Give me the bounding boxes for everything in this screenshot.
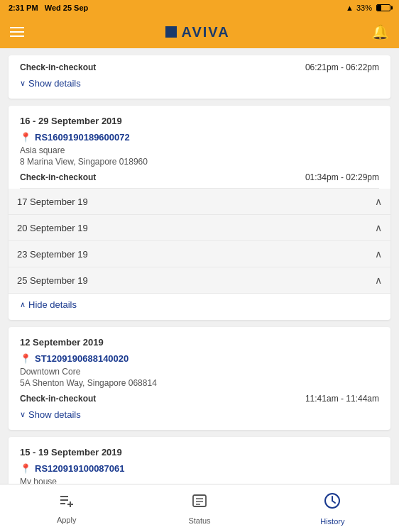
location-pin-icon-3: 📍 [20, 463, 31, 474]
nav-apply[interactable]: Apply [38, 492, 95, 524]
date-row-2[interactable]: 23 September 19 ∧ [9, 241, 390, 267]
apply-nav-label: Apply [57, 516, 77, 524]
history-icon [323, 492, 341, 514]
notification-bell-icon[interactable]: 🔔 [371, 23, 389, 40]
card-address-1: 8 Marina View, Singapore 018960 [20, 157, 379, 167]
card-id-row-1: 📍 RS1609190189600072 [20, 132, 379, 143]
date-row-1[interactable]: 20 September 19 ∧ [9, 215, 390, 241]
check-label-1: Check-in-checkout [20, 172, 96, 182]
toggle-label-2: Show details [28, 409, 81, 420]
card-date-1: 16 - 29 September 2019 [20, 116, 379, 126]
card-location-2: Downtown Core [20, 367, 379, 377]
date-accordion-1: 17 September 19 ∧ 20 September 19 ∧ 23 S… [20, 188, 379, 294]
date-row-3[interactable]: 25 September 19 ∧ [9, 267, 390, 294]
check-time-2: 11:41am - 11:44am [305, 394, 379, 404]
chevron-up-icon-0: ∧ [375, 196, 382, 207]
history-nav-label: History [320, 517, 344, 526]
chevron-up-icon: ∧ [20, 300, 26, 309]
check-label-2: Check-in-checkout [20, 394, 96, 404]
chevron-down-icon: ∨ [20, 79, 26, 88]
logo-text: AVIVA [181, 24, 229, 40]
checkout-row-2: Check-in-checkout 11:41am - 11:44am [20, 394, 379, 404]
battery-icon [376, 4, 390, 11]
toggle-label-1: Hide details [28, 299, 77, 310]
toggle-details-1[interactable]: ∧ Hide details [20, 299, 379, 310]
status-nav-label: Status [188, 516, 210, 525]
card-id-row-3: 📍 RS120919100087061 [20, 463, 379, 474]
main-content: Check-in-checkout 06:21pm - 06:22pm ∨ Sh… [0, 48, 399, 532]
card-partial: Check-in-checkout 06:21pm - 06:22pm ∨ Sh… [9, 55, 390, 99]
card-2: 12 September 2019 📍 ST1209190688140020 D… [9, 327, 390, 430]
date-row-label-2: 23 September 19 [17, 249, 88, 260]
toggle-details-partial[interactable]: ∨ Show details [20, 78, 379, 89]
card-date-3: 15 - 19 September 2019 [20, 447, 379, 458]
svg-line-11 [332, 501, 335, 503]
chevron-up-icon-1: ∧ [375, 222, 382, 233]
date-row-label-0: 17 September 19 [17, 196, 88, 207]
checkout-row-partial: Check-in-checkout 06:21pm - 06:22pm [20, 62, 379, 72]
apply-icon [58, 492, 75, 513]
wifi-icon: ▲ [346, 4, 354, 12]
chevron-down-icon-2: ∨ [20, 410, 26, 419]
logo-square [165, 26, 177, 38]
date-row-0[interactable]: 17 September 19 ∧ [9, 189, 390, 215]
check-time-partial: 06:21pm - 06:22pm [305, 62, 379, 72]
nav-history[interactable]: History [304, 492, 361, 526]
card-location-1: Asia square [20, 145, 379, 155]
date-row-label-3: 25 September 19 [17, 275, 88, 286]
hamburger-menu[interactable] [10, 27, 24, 37]
card-1: 16 - 29 September 2019 📍 RS1609190189600… [9, 106, 390, 320]
chevron-up-icon-3: ∧ [375, 275, 382, 286]
card-address-2: 5A Shenton Way, Singapore 068814 [20, 378, 379, 388]
location-pin-icon-2: 📍 [20, 353, 31, 364]
toggle-details-2[interactable]: ∨ Show details [20, 409, 379, 420]
bottom-nav: Apply Status History [0, 484, 399, 532]
check-label-partial: Check-in-checkout [20, 62, 96, 72]
battery-text: 33% [356, 4, 372, 12]
check-time-1: 01:34pm - 02:29pm [305, 172, 379, 182]
card-date-2: 12 September 2019 [20, 337, 379, 348]
card-ref-3: RS120919100087061 [35, 463, 125, 474]
status-time: 2:31 PM Wed 25 Sep [9, 4, 88, 12]
chevron-up-icon-2: ∧ [375, 248, 382, 260]
status-indicators: ▲ 33% [346, 4, 390, 12]
location-pin-icon: 📍 [20, 132, 31, 143]
nav-status[interactable]: Status [171, 492, 228, 525]
app-header: AVIVA 🔔 [0, 16, 399, 48]
card-id-row-2: 📍 ST1209190688140020 [20, 353, 379, 364]
status-bar: 2:31 PM Wed 25 Sep ▲ 33% [0, 0, 399, 16]
date-row-label-1: 20 September 19 [17, 223, 88, 233]
checkout-row-1: Check-in-checkout 01:34pm - 02:29pm [20, 172, 379, 182]
app-logo: AVIVA [165, 24, 229, 40]
card-ref-2: ST1209190688140020 [35, 353, 129, 364]
card-ref-1: RS1609190189600072 [35, 132, 130, 143]
status-icon [191, 492, 208, 514]
toggle-label-partial: Show details [28, 78, 81, 89]
